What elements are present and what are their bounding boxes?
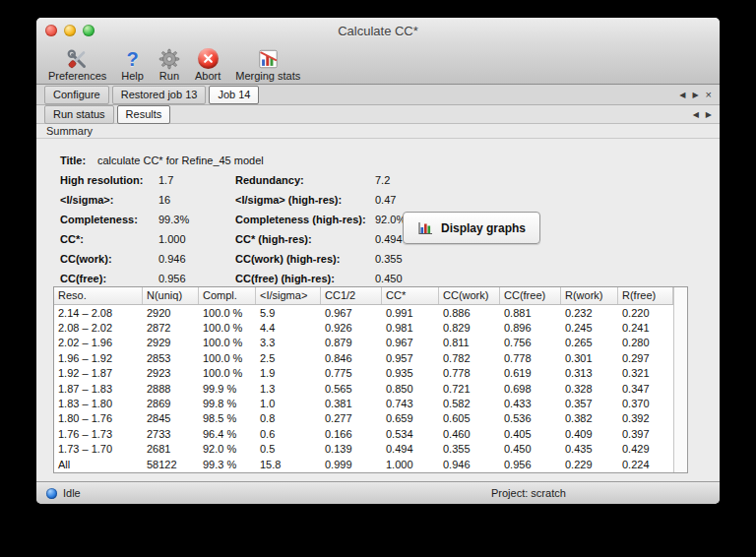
status-led-icon (46, 488, 57, 499)
column-header[interactable]: R(free) (618, 287, 673, 304)
status-bar: Idle Project: scratch (36, 481, 720, 504)
merging-stats-button[interactable]: Merging stats (235, 47, 300, 82)
column-header[interactable]: <I/sigma> (256, 287, 321, 304)
column-header[interactable]: CC(free) (500, 287, 561, 304)
table-cell: 100.0 % (199, 367, 256, 379)
table-cell: 15.8 (256, 459, 321, 470)
close-window-button[interactable] (45, 25, 57, 36)
column-header[interactable]: R(work) (561, 287, 618, 304)
summary-row: <I/sigma>:16<I/sigma> (high-res):0.47 (60, 190, 720, 210)
table-row[interactable]: 2.02 – 1.962929100.0 %3.30.8790.9670.811… (54, 336, 673, 350)
table-cell: 0.392 (618, 412, 673, 424)
table-cell: 2733 (143, 428, 199, 440)
table-cell: 0.829 (439, 322, 500, 334)
zoom-window-button[interactable] (83, 25, 94, 36)
summary-value: 7.2 (375, 174, 390, 186)
summary-value: 0.450 (375, 273, 403, 284)
table-row[interactable]: 2.14 – 2.082920100.0 %5.90.9670.9910.886… (54, 305, 673, 320)
table-cell: 0.946 (439, 459, 500, 470)
help-button[interactable]: ? Help (121, 47, 144, 82)
table-cell: 3.3 (256, 337, 321, 348)
table-cell: 0.999 (321, 459, 382, 470)
subtab-scroll-right-icon[interactable]: ▶ (706, 110, 712, 119)
preferences-button[interactable]: Preferences (48, 47, 106, 82)
summary-label: Completeness: (60, 214, 158, 225)
table-cell: 1.9 (256, 367, 321, 379)
tab-results[interactable]: Results (117, 105, 171, 124)
table-row[interactable]: 1.76 – 1.73273396.4 %0.60.1660.5340.4600… (54, 426, 673, 441)
tab-close-icon[interactable]: × (706, 90, 712, 99)
abort-button[interactable]: Abort (195, 47, 220, 82)
table-cell: 0.698 (500, 383, 561, 395)
run-gear-icon (158, 47, 180, 70)
summary-value: 16 (158, 194, 235, 206)
table-row[interactable]: 1.92 – 1.872923100.0 %1.90.7750.9350.778… (54, 366, 673, 381)
table-cell: 92.0 % (199, 443, 256, 455)
tab-job-14[interactable]: Job 14 (209, 86, 259, 104)
table-cell: 0.139 (321, 443, 382, 455)
column-header[interactable]: Compl. (199, 287, 256, 304)
table-row[interactable]: 1.96 – 1.922853100.0 %2.50.8460.9570.782… (54, 350, 673, 365)
table-cell: 0.355 (439, 443, 500, 455)
table-row[interactable]: All5812299.3 %15.80.9991.0000.9460.9560.… (54, 457, 673, 471)
table-cell: 2869 (143, 398, 199, 409)
tab-restored-job-13[interactable]: Restored job 13 (112, 86, 207, 104)
toolbar-label: Abort (195, 70, 220, 82)
tab-scroll-right-icon[interactable]: ▶ (692, 91, 698, 99)
tab-run-status[interactable]: Run status (44, 105, 114, 124)
table-body: 2.14 – 2.082920100.0 %5.90.9670.9910.886… (54, 305, 687, 472)
main-tab-nav: ◀ ▶ × (679, 90, 712, 99)
subtab-scroll-left-icon[interactable]: ◀ (693, 110, 699, 119)
screen-background: Calculate CC* Preferences (0, 0, 756, 557)
column-header[interactable]: N(uniq) (143, 287, 199, 304)
table-cell: 0.811 (439, 337, 500, 348)
display-graphs-button[interactable]: Display graphs (403, 212, 540, 244)
table-row[interactable]: 1.73 – 1.70268192.0 %0.50.1390.4940.3550… (54, 442, 673, 457)
table-cell: 0.405 (500, 428, 561, 440)
column-header[interactable]: Reso. (54, 287, 143, 304)
table-row[interactable]: 2.08 – 2.022872100.0 %4.40.9260.9810.829… (54, 320, 673, 335)
table-row[interactable]: 1.87 – 1.83288899.9 %1.30.5650.8500.7210… (54, 381, 673, 396)
summary-block: Title: calculate CC* for Refine_45 model… (36, 139, 720, 286)
table-cell: 2853 (143, 352, 199, 364)
table-cell: 0.357 (561, 398, 618, 409)
summary-label: <I/sigma> (high-res): (235, 194, 375, 206)
merging-stats-icon (257, 47, 280, 70)
window-controls (45, 25, 94, 36)
table-cell: 0.229 (561, 459, 618, 470)
table-cell: All (54, 459, 143, 470)
column-header[interactable]: CC1/2 (321, 287, 382, 304)
table-row[interactable]: 1.83 – 1.80286999.8 %1.00.3810.7430.5820… (54, 396, 673, 410)
table-cell: 2.02 – 1.96 (54, 337, 143, 348)
run-button[interactable]: Run (158, 47, 180, 82)
table-cell: 96.4 % (199, 428, 256, 440)
titlebar[interactable]: Calculate CC* (36, 18, 720, 43)
abort-icon (198, 47, 219, 70)
table-cell: 0.659 (382, 412, 439, 424)
table-cell: 2.08 – 2.02 (54, 322, 143, 334)
table-cell: 0.957 (382, 352, 439, 364)
table-cell: 0.879 (321, 337, 382, 348)
summary-value: 0.956 (158, 273, 235, 284)
help-icon: ? (127, 47, 139, 70)
table-cell: 0.460 (439, 428, 500, 440)
tab-configure[interactable]: Configure (44, 86, 109, 104)
column-header[interactable]: CC* (382, 287, 439, 304)
table-header-row: Reso.N(uniq)Compl.<I/sigma>CC1/2CC*CC(wo… (54, 287, 687, 305)
table-cell: 0.381 (321, 398, 382, 409)
table-cell: 0.301 (561, 352, 618, 364)
table-cell: 58122 (143, 459, 199, 470)
table-cell: 2920 (143, 307, 199, 319)
table-cell: 2923 (143, 367, 199, 379)
summary-label: CC(free): (60, 273, 158, 284)
table-cell: 1.76 – 1.73 (54, 428, 143, 440)
minimize-window-button[interactable] (64, 25, 76, 36)
table-cell: 0.409 (561, 428, 618, 440)
tab-scroll-left-icon[interactable]: ◀ (679, 91, 685, 99)
summary-label: CC(work) (high-res): (235, 253, 375, 265)
table-scrollbar[interactable] (673, 287, 687, 472)
column-header[interactable]: CC(work) (439, 287, 500, 304)
table-cell: 0.778 (500, 352, 561, 364)
table-cell: 0.565 (321, 383, 382, 395)
table-row[interactable]: 1.80 – 1.76284598.5 %0.80.2770.6590.6050… (54, 411, 673, 426)
